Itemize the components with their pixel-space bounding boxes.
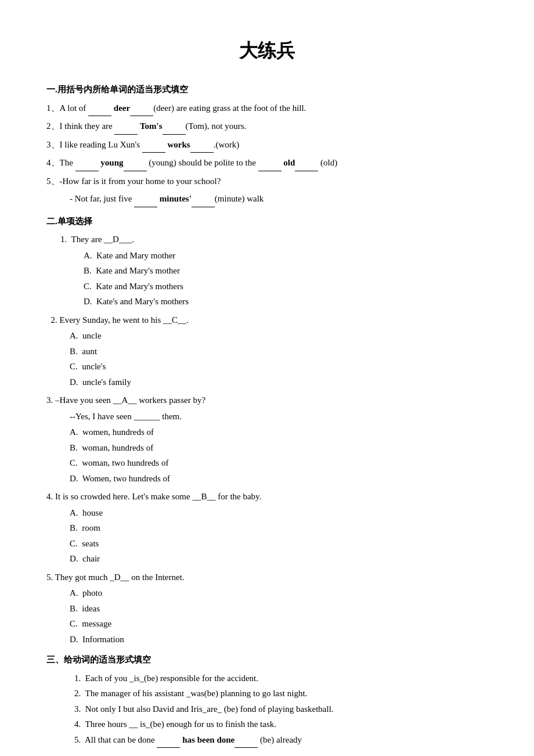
q2-hint: (Tom), not yours. <box>186 121 247 131</box>
list-item: A. women, hundreds of <box>70 425 488 440</box>
list-item: A. house <box>70 506 488 521</box>
q5-sub: - Not far, just five <box>70 194 134 203</box>
list-item: D. Information <box>70 632 488 647</box>
q5-num: 5、-How far is it from your home to your … <box>46 177 221 186</box>
q5-answer: minutes' <box>157 194 192 203</box>
q5-blank1 <box>134 192 157 207</box>
section3-questions: 1. Each of you _is_(be) responsible for … <box>46 671 488 748</box>
list-item: B. woman, hundreds of <box>70 441 488 456</box>
list-item: D. Kate's and Mary's mothers <box>84 294 488 309</box>
section2-q5: 5. They got much _D__ on the Internet. A… <box>46 570 488 647</box>
q4-blank4 <box>295 156 318 171</box>
list-item: 5. All that can be done has been done (b… <box>74 733 488 748</box>
s2q4-options: A. house B. room C. seats D. chair <box>46 506 488 567</box>
list-item: C. message <box>70 617 488 632</box>
section3: 三、给动词的适当形式填空 1. Each of you _is_(be) res… <box>46 653 488 748</box>
s3q5-answer: has been done <box>182 735 234 744</box>
q1-num: 1、A lot of <box>46 103 88 113</box>
q2-answer: Tom's <box>138 121 162 131</box>
list-item: B. aunt <box>70 344 488 359</box>
section2-q4: 4. It is so crowded here. Let's make som… <box>46 489 488 567</box>
q1-blank1 <box>88 101 111 117</box>
s2q3-sub: --Yes, I have seen ______ them. <box>46 409 488 424</box>
q4-blank3 <box>258 156 282 171</box>
list-item: C. Kate and Mary's mothers <box>84 279 488 294</box>
list-item: C. seats <box>70 537 488 552</box>
section1-q4: 4、The young (young) should be polite to … <box>46 156 488 171</box>
section1-q5b: - Not far, just five minutes' (minute) w… <box>46 192 488 207</box>
s2q5-text: 5. They got much _D__ on the Internet. <box>46 570 488 585</box>
section1-q5a: 5、-How far is it from your home to your … <box>46 174 488 189</box>
section1-q2: 2、I think they are Tom's (Tom), not your… <box>46 119 488 135</box>
list-item: A. photo <box>70 586 488 601</box>
q3-answer: works <box>165 140 190 149</box>
q3-hint: .(work) <box>214 140 240 149</box>
q3-blank2 <box>190 138 214 153</box>
list-item: B. Kate and Mary's mother <box>84 264 488 279</box>
list-item: 1. Each of you _is_(be) responsible for … <box>74 671 488 686</box>
list-item: D. Women, two hundreds of <box>70 471 488 487</box>
list-item: C. uncle's <box>70 359 488 375</box>
s3q5-blank <box>157 733 180 748</box>
q5-blank2 <box>192 192 215 207</box>
q1-answer1: deer <box>111 103 130 113</box>
list-item: A. Kate and Mary mother <box>84 249 488 264</box>
list-item: 3. Not only I but also David and Iris_ar… <box>74 702 488 717</box>
q3-num: 3、I like reading Lu Xun's <box>46 140 142 149</box>
section1-q1: 1、A lot of deer (deer) are eating grass … <box>46 101 488 117</box>
list-item: D. chair <box>70 552 488 567</box>
q4-num: 4、The <box>46 158 75 167</box>
section2-q3: 3. –Have you seen __A__ workers passer b… <box>46 393 488 486</box>
q5-hint: (minute) walk <box>215 194 264 203</box>
q4-answer1: young <box>99 158 124 167</box>
q2-num: 2、I think they are <box>46 121 114 131</box>
q2-blank2 <box>163 119 186 135</box>
q4-answer2: old <box>282 158 295 167</box>
section2-q1: 1. They are __D___. A. Kate and Mary mot… <box>46 232 488 309</box>
list-item: B. ideas <box>70 602 488 617</box>
section2: 二.单项选择 1. They are __D___. A. Kate and M… <box>46 214 488 647</box>
section2-q2: 2. Every Sunday, he went to his __C__. A… <box>46 313 488 390</box>
list-item: 4. Three hours __ is_(be) enough for us … <box>74 717 488 732</box>
list-item: B. room <box>70 521 488 536</box>
section1-q3: 3、I like reading Lu Xun's works .(work) <box>46 138 488 153</box>
list-item: A. uncle <box>70 329 488 344</box>
q3-blank1 <box>142 138 165 153</box>
section3-title: 三、给动词的适当形式填空 <box>46 653 488 668</box>
q4-blank1 <box>75 156 99 171</box>
list-item: D. uncle's family <box>70 375 488 390</box>
s2q2-text: 2. Every Sunday, he went to his __C__. <box>46 313 488 328</box>
section1: 一.用括号内所给单词的适当形式填空 1、A lot of deer (deer)… <box>46 82 488 207</box>
list-item: C. woman, two hundreds of <box>70 456 488 471</box>
s3q5-blank2 <box>234 733 258 748</box>
s2q1-options: A. Kate and Mary mother B. Kate and Mary… <box>60 249 488 309</box>
list-item: 2. The manager of his assistant _was(be)… <box>74 686 488 701</box>
section2-title: 二.单项选择 <box>46 214 488 229</box>
q4-hint2: (old) <box>318 158 337 167</box>
q1-hint: (deer) are eating grass at the foot of t… <box>153 103 306 113</box>
s2q3-options: A. women, hundreds of B. woman, hundreds… <box>46 425 488 486</box>
s2q4-text: 4. It is so crowded here. Let's make som… <box>46 489 488 505</box>
q2-blank1 <box>114 119 138 135</box>
s2q2-options: A. uncle B. aunt C. uncle's D. uncle's f… <box>46 329 488 390</box>
page-title: 大练兵 <box>46 35 488 66</box>
q4-hint1: (young) should be polite to the <box>147 158 258 167</box>
s2q3-text: 3. –Have you seen __A__ workers passer b… <box>46 393 488 408</box>
q1-blank1b <box>130 101 153 117</box>
q4-blank2 <box>124 156 147 171</box>
section1-title: 一.用括号内所给单词的适当形式填空 <box>46 82 488 98</box>
s2q1-text: 1. They are __D___. <box>60 232 488 247</box>
s2q5-options: A. photo B. ideas C. message D. Informat… <box>46 586 488 647</box>
